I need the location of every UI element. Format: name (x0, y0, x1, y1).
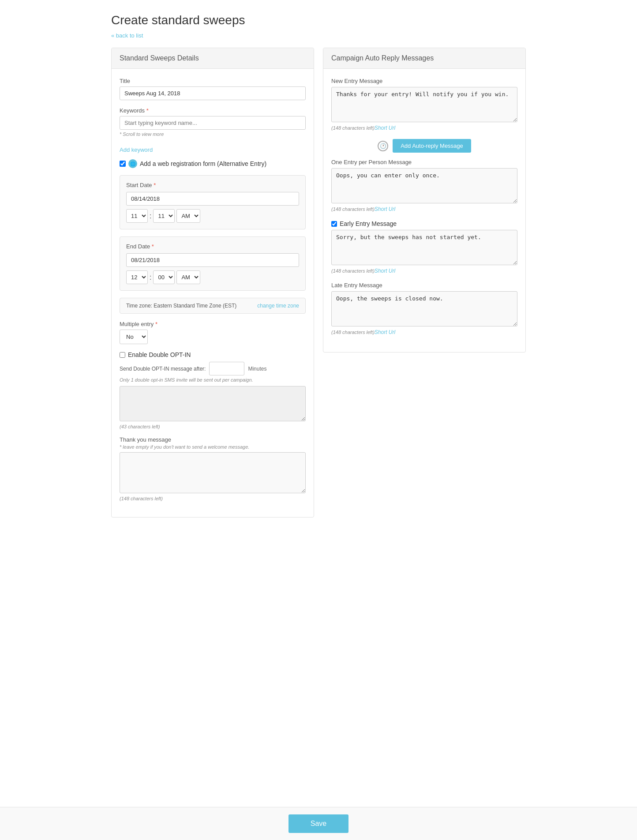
optin-message-textarea[interactable] (120, 386, 306, 421)
early-entry-checkbox[interactable] (331, 221, 337, 227)
enable-optin-checkbox[interactable] (120, 352, 125, 358)
web-form-checkbox[interactable] (120, 161, 126, 167)
thankyou-sublabel: * leave empty if you don't want to send … (120, 444, 306, 450)
early-entry-label: Early Entry Message (340, 220, 397, 227)
new-entry-section: New Entry Message Thanks for your entry!… (331, 78, 517, 131)
late-entry-short-url[interactable]: Short Url (375, 329, 395, 335)
late-entry-section: Late Entry Message Oops, the sweeps is c… (331, 282, 517, 335)
thankyou-label: Thank you message (120, 436, 306, 443)
new-entry-chars: (148 characters left)Short Url (331, 125, 517, 131)
end-minute-select[interactable]: 0011153045 (153, 270, 175, 284)
start-ampm-select[interactable]: AMPM (176, 209, 200, 223)
page-title: Create standard sweeps (111, 13, 526, 27)
optin-message-group: (43 characters left) (120, 386, 306, 429)
early-entry-section: Early Entry Message Sorry, but the sweep… (331, 220, 517, 274)
back-link[interactable]: « back to list (111, 32, 143, 39)
multiple-entry-label: Multiple entry * (120, 321, 306, 327)
one-entry-short-url[interactable]: Short Url (375, 206, 395, 212)
thankyou-group: Thank you message * leave empty if you d… (120, 436, 306, 501)
time-separator-end: : (150, 274, 151, 281)
right-panel-header: Campaign Auto Reply Messages (323, 48, 525, 69)
thankyou-char-count: (148 characters left) (120, 496, 306, 501)
web-icon: 🌐 (128, 159, 137, 168)
multiple-entry-select[interactable]: NoYes (120, 330, 148, 344)
keywords-group: Keywords * * Scroll to view more (120, 107, 306, 137)
one-entry-label: One Entry per Person Message (331, 159, 517, 165)
left-panel-header: Standard Sweeps Details (112, 48, 314, 69)
end-date-input[interactable] (126, 253, 299, 267)
one-entry-section: One Entry per Person Message Oops, you c… (331, 159, 517, 212)
optin-note: Only 1 double opt-in SMS invite will be … (120, 377, 306, 382)
end-ampm-select[interactable]: AMPM (176, 270, 200, 284)
clock-icon: 🕐 (378, 141, 388, 151)
end-time-row: 121112 3456 78910 : 0011153045 AMPM (126, 270, 299, 284)
new-entry-label: New Entry Message (331, 78, 517, 84)
add-keyword-link[interactable]: Add keyword (120, 146, 153, 153)
web-form-row: 🌐 Add a web registration form (Alternati… (120, 159, 306, 168)
late-entry-textarea[interactable]: Oops, the sweeps is closed now. (331, 291, 517, 326)
start-time-row: 111212 3456 78910 : 1100153045 AMPM (126, 209, 299, 223)
thankyou-textarea[interactable] (120, 452, 306, 493)
late-entry-chars: (148 characters left)Short Url (331, 329, 517, 335)
optin-minutes-row: Send Double OPT-IN message after: Minute… (120, 362, 306, 375)
end-date-section: End Date * 121112 3456 78910 : (120, 236, 306, 291)
title-input[interactable] (120, 86, 306, 100)
minutes-label: Minutes (248, 366, 266, 372)
one-entry-textarea[interactable]: Oops, you can enter only once. (331, 168, 517, 203)
early-entry-checkbox-row: Early Entry Message (331, 220, 517, 227)
start-date-input[interactable] (126, 192, 299, 206)
optin-minutes-label: Send Double OPT-IN message after: (120, 366, 206, 372)
title-group: Title (120, 78, 306, 100)
timezone-text: Time zone: Eastern Standard Time Zone (E… (126, 303, 236, 309)
start-hour-select[interactable]: 111212 3456 78910 (126, 209, 148, 223)
start-date-label: Start Date * (126, 182, 299, 188)
early-entry-textarea[interactable]: Sorry, but the sweeps has not started ye… (331, 230, 517, 265)
end-date-label: End Date * (126, 243, 299, 250)
early-entry-chars: (148 characters left)Short Url (331, 268, 517, 274)
start-date-section: Start Date * 111212 3456 78910 : (120, 175, 306, 229)
optin-minutes-input[interactable] (209, 362, 244, 375)
enable-optin-label: Enable Double OPT-IN (128, 351, 191, 358)
right-panel: Campaign Auto Reply Messages New Entry M… (323, 48, 526, 352)
scroll-note: * Scroll to view more (120, 131, 306, 137)
late-entry-label: Late Entry Message (331, 282, 517, 289)
title-label: Title (120, 78, 306, 84)
early-entry-short-url[interactable]: Short Url (375, 268, 395, 274)
web-form-label: Add a web registration form (Alternative… (140, 160, 266, 167)
multiple-entry-group: Multiple entry * NoYes (120, 321, 306, 344)
add-auto-reply-button[interactable]: Add Auto-reply Message (393, 139, 471, 153)
end-hour-select[interactable]: 121112 3456 78910 (126, 270, 148, 284)
new-entry-textarea[interactable]: Thanks for your entry! Will notify you i… (331, 87, 517, 122)
change-timezone-link[interactable]: change time zone (257, 303, 299, 309)
new-entry-short-url[interactable]: Short Url (375, 125, 395, 131)
optin-char-count: (43 characters left) (120, 424, 306, 429)
timezone-row: Time zone: Eastern Standard Time Zone (E… (120, 298, 306, 314)
enable-optin-row: Enable Double OPT-IN (120, 351, 306, 358)
keywords-input[interactable] (120, 116, 306, 130)
required-star: * (146, 107, 149, 114)
add-auto-reply-row: 🕐 Add Auto-reply Message (331, 139, 517, 153)
time-separator: : (150, 212, 151, 220)
left-panel: Standard Sweeps Details Title Keywords * (111, 48, 314, 518)
one-entry-chars: (148 characters left)Short Url (331, 206, 517, 212)
start-minute-select[interactable]: 1100153045 (153, 209, 175, 223)
keywords-label: Keywords * (120, 107, 306, 114)
